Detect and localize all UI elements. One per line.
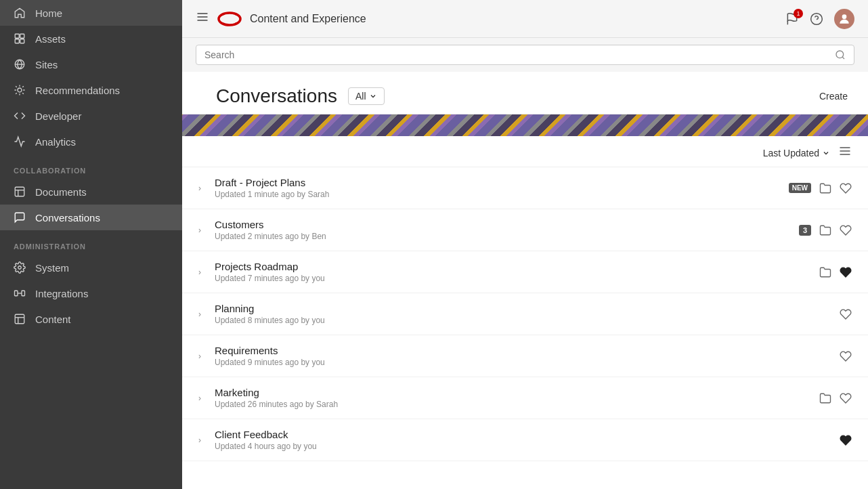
recommendations-icon: [14, 84, 26, 96]
favorite-button[interactable]: [840, 434, 852, 446]
folder-button[interactable]: [819, 266, 831, 278]
conversation-title[interactable]: Requirements: [215, 345, 833, 356]
conversation-item: › Marketing Updated 26 minutes ago by Sa…: [182, 377, 868, 419]
developer-icon: [14, 110, 26, 122]
sidebar-item-conversations[interactable]: Conversations: [0, 205, 182, 230]
svg-rect-1: [20, 34, 24, 38]
conversation-actions: NEW: [789, 182, 852, 194]
list-view-button[interactable]: [838, 144, 852, 161]
search-bar: [182, 38, 868, 72]
svg-rect-6: [15, 187, 24, 196]
expand-chevron[interactable]: ›: [198, 226, 208, 235]
expand-chevron[interactable]: ›: [198, 352, 208, 361]
main-content: Content and Experience 1 Conversations: [182, 0, 868, 489]
sidebar-label-developer: Developer: [35, 110, 81, 122]
administration-section-label: ADMINISTRATION: [0, 230, 182, 255]
heart-icon: [840, 224, 852, 236]
page-title: Conversations: [216, 85, 337, 107]
sidebar-label-analytics: Analytics: [35, 136, 76, 148]
menu-button[interactable]: [196, 10, 209, 27]
folder-button[interactable]: [819, 392, 831, 404]
topbar-icons: 1: [785, 9, 854, 29]
conversation-subtitle: Updated 1 minute ago by Sarah: [215, 190, 782, 199]
svg-point-20: [811, 13, 823, 24]
favorite-button[interactable]: [840, 224, 852, 236]
folder-icon: [819, 392, 831, 404]
conversation-title[interactable]: Customers: [215, 219, 792, 230]
filter-dropdown[interactable]: All: [348, 87, 385, 105]
folder-icon: [819, 224, 831, 236]
sidebar-item-documents[interactable]: Documents: [0, 179, 182, 205]
conversation-info: Projects Roadmap Updated 7 minutes ago b…: [215, 261, 812, 283]
conversation-title[interactable]: Planning: [215, 303, 833, 314]
conversation-info: Requirements Updated 9 minutes ago by yo…: [215, 345, 833, 367]
conversation-subtitle: Updated 2 minutes ago by Ben: [215, 232, 792, 241]
oracle-logo: [217, 11, 242, 27]
sidebar-item-developer[interactable]: Developer: [0, 103, 182, 129]
favorite-button[interactable]: [840, 392, 852, 404]
svg-rect-11: [22, 291, 25, 296]
sidebar-item-content[interactable]: Content: [0, 306, 182, 332]
create-button[interactable]: Create: [819, 91, 848, 102]
sidebar-label-integrations: Integrations: [35, 288, 88, 299]
sidebar-item-system[interactable]: System: [0, 255, 182, 280]
user-avatar[interactable]: [834, 9, 854, 29]
folder-button[interactable]: [819, 224, 831, 236]
conversation-title[interactable]: Client Feedback: [215, 429, 833, 440]
notifications-button[interactable]: 1: [785, 12, 799, 26]
conversation-item: › Planning Updated 8 minutes ago by you: [182, 293, 868, 335]
decorative-banner: [182, 114, 868, 136]
conversation-subtitle: Updated 7 minutes ago by you: [215, 274, 812, 283]
sidebar-item-recommendations[interactable]: Recommendations: [0, 77, 182, 103]
expand-chevron[interactable]: ›: [198, 310, 208, 319]
conversation-info: Marketing Updated 26 minutes ago by Sara…: [215, 387, 812, 409]
help-button[interactable]: [810, 12, 823, 26]
conversation-title[interactable]: Projects Roadmap: [215, 261, 812, 272]
svg-rect-2: [15, 39, 19, 43]
sidebar-label-documents: Documents: [35, 186, 87, 198]
favorite-button[interactable]: [840, 350, 852, 362]
search-input[interactable]: [204, 49, 829, 60]
conversation-item: › Draft - Project Plans Updated 1 minute…: [182, 167, 868, 209]
avatar: [834, 9, 854, 29]
sidebar-label-system: System: [35, 262, 69, 274]
help-icon: [810, 12, 823, 26]
conversation-actions: [840, 308, 852, 320]
folder-button[interactable]: [819, 182, 831, 194]
heart-icon: [840, 308, 852, 320]
sidebar-item-integrations[interactable]: Integrations: [0, 280, 182, 306]
expand-chevron[interactable]: ›: [198, 184, 208, 193]
search-wrapper: [196, 45, 854, 65]
page-header: Conversations All Create: [182, 72, 868, 114]
count-badge: 3: [799, 225, 811, 236]
conversation-actions: [819, 266, 852, 278]
sidebar-item-home[interactable]: Home: [0, 0, 182, 26]
sidebar-item-assets[interactable]: Assets: [0, 26, 182, 51]
sidebar-item-analytics[interactable]: Analytics: [0, 129, 182, 154]
conversation-title[interactable]: Marketing: [215, 387, 812, 398]
conversation-info: Customers Updated 2 minutes ago by Ben: [215, 219, 792, 241]
sort-dropdown[interactable]: Last Updated: [763, 148, 830, 158]
sidebar-label-conversations: Conversations: [35, 212, 100, 224]
conversation-actions: 3: [799, 224, 852, 236]
sites-icon: [14, 58, 26, 70]
svg-point-9: [18, 266, 22, 270]
favorite-button[interactable]: [840, 266, 852, 278]
analytics-icon: [14, 135, 26, 148]
svg-point-22: [842, 14, 847, 19]
favorite-button[interactable]: [840, 308, 852, 320]
sidebar-item-sites[interactable]: Sites: [0, 51, 182, 77]
search-icon: [835, 49, 846, 60]
system-icon: [14, 261, 26, 274]
expand-chevron[interactable]: ›: [198, 435, 208, 445]
integrations-icon: [14, 287, 26, 299]
content-toolbar: Last Updated: [182, 136, 868, 167]
expand-chevron[interactable]: ›: [198, 268, 208, 277]
collaboration-section-label: COLLABORATION: [0, 154, 182, 179]
favorite-button[interactable]: [840, 182, 852, 194]
svg-point-18: [219, 13, 240, 25]
conversation-actions: [840, 434, 852, 446]
conversation-title[interactable]: Draft - Project Plans: [215, 177, 782, 188]
expand-chevron[interactable]: ›: [198, 394, 208, 403]
conversation-item: › Requirements Updated 9 minutes ago by …: [182, 335, 868, 377]
